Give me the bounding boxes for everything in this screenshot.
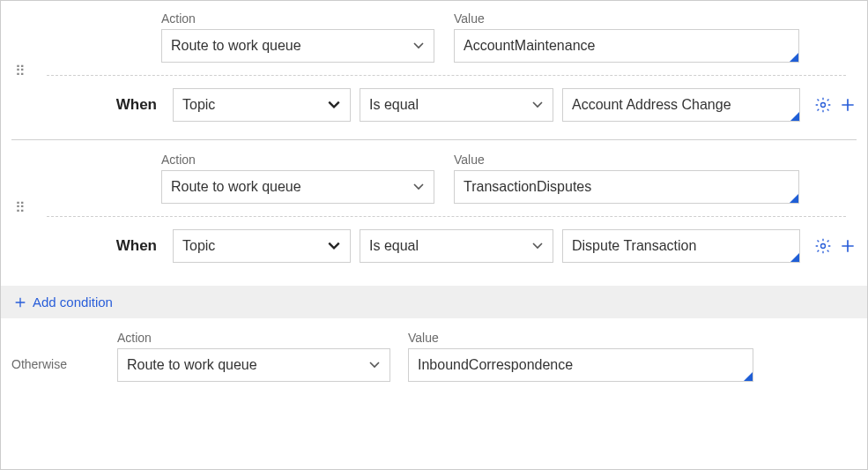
gear-icon[interactable] (814, 96, 832, 114)
action-label: Action (161, 11, 434, 26)
action-label: Action (161, 153, 434, 167)
plus-icon[interactable] (839, 237, 857, 255)
svg-point-1 (821, 244, 826, 249)
value-label: Value (454, 153, 799, 167)
value-label: Value (454, 11, 799, 26)
plus-icon[interactable] (839, 96, 857, 114)
plus-icon (13, 295, 27, 310)
action-field: Action Route to work queue (161, 11, 434, 63)
when-field-value: Topic (182, 238, 215, 254)
action-label: Action (117, 331, 390, 345)
condition-actions (814, 237, 857, 255)
drag-handle-icon[interactable]: ⠿ (15, 69, 27, 74)
add-condition-label: Add condition (33, 295, 113, 310)
svg-point-0 (821, 103, 826, 108)
drag-handle-icon[interactable]: ⠿ (15, 205, 27, 211)
when-field-select[interactable]: Topic (173, 88, 351, 122)
action-select[interactable]: Route to work queue (161, 29, 434, 63)
autocomplete-corner-icon (790, 253, 799, 262)
condition-actions (814, 96, 857, 114)
value-field: Value AccountMaintenance (454, 11, 799, 63)
action-select-value: Route to work queue (171, 179, 301, 195)
chevron-down-icon (531, 240, 544, 252)
autocomplete-corner-icon (790, 112, 799, 121)
when-operator-select[interactable]: Is equal (360, 88, 553, 122)
otherwise-label: Otherwise (11, 357, 100, 371)
when-label: When (95, 237, 157, 255)
value-text: TransactionDisputes (464, 179, 591, 195)
chevron-down-icon (327, 98, 341, 112)
action-row: Action Route to work queue Value Account… (11, 11, 857, 63)
action-select-value: Route to work queue (171, 38, 301, 54)
value-input[interactable]: AccountMaintenance (454, 29, 799, 63)
otherwise-action-field: Action Route to work queue (117, 331, 390, 382)
chevron-down-icon (531, 99, 544, 111)
when-operand-value: Account Address Change (572, 97, 731, 113)
otherwise-value-input[interactable]: InboundCorrespondence (408, 348, 753, 382)
dashed-separator (47, 216, 846, 217)
action-row: Action Route to work queue Value Transac… (11, 153, 857, 204)
when-operand-input[interactable]: Dispute Transaction (562, 229, 800, 263)
otherwise-row: Otherwise Action Route to work queue Val… (1, 318, 867, 382)
dashed-separator (47, 75, 846, 76)
when-operand-input[interactable]: Account Address Change (562, 88, 800, 122)
chevron-down-icon (412, 181, 425, 193)
chevron-down-icon (368, 359, 381, 371)
rule-block-2: ⠿ Action Route to work queue Value Trans… (1, 140, 867, 275)
when-label: When (95, 96, 157, 114)
value-text: AccountMaintenance (464, 38, 595, 54)
when-row: When Topic Is equal Dispute Transaction (11, 229, 857, 263)
action-field: Action Route to work queue (161, 153, 434, 204)
when-operand-value: Dispute Transaction (572, 238, 696, 254)
add-condition-button[interactable]: Add condition (1, 286, 867, 318)
gear-icon[interactable] (814, 237, 832, 255)
when-operator-select[interactable]: Is equal (360, 229, 553, 263)
otherwise-action-value: Route to work queue (127, 357, 257, 373)
chevron-down-icon (327, 239, 341, 253)
when-field-value: Topic (182, 97, 215, 113)
chevron-down-icon (412, 40, 425, 52)
value-label: Value (408, 331, 753, 345)
when-field-select[interactable]: Topic (173, 229, 351, 263)
autocomplete-corner-icon (790, 194, 798, 203)
value-input[interactable]: TransactionDisputes (454, 170, 799, 204)
rule-block-1: ⠿ Action Route to work queue Value Accou… (1, 8, 867, 134)
value-field: Value TransactionDisputes (454, 153, 799, 204)
autocomplete-corner-icon (744, 372, 753, 381)
otherwise-action-select[interactable]: Route to work queue (117, 348, 390, 382)
otherwise-value-text: InboundCorrespondence (418, 357, 573, 373)
action-select[interactable]: Route to work queue (161, 170, 434, 204)
autocomplete-corner-icon (790, 53, 798, 62)
otherwise-value-field: Value InboundCorrespondence (408, 331, 753, 382)
when-operator-value: Is equal (369, 238, 419, 254)
when-row: When Topic Is equal Account Address Chan… (11, 88, 857, 122)
when-operator-value: Is equal (369, 97, 419, 113)
